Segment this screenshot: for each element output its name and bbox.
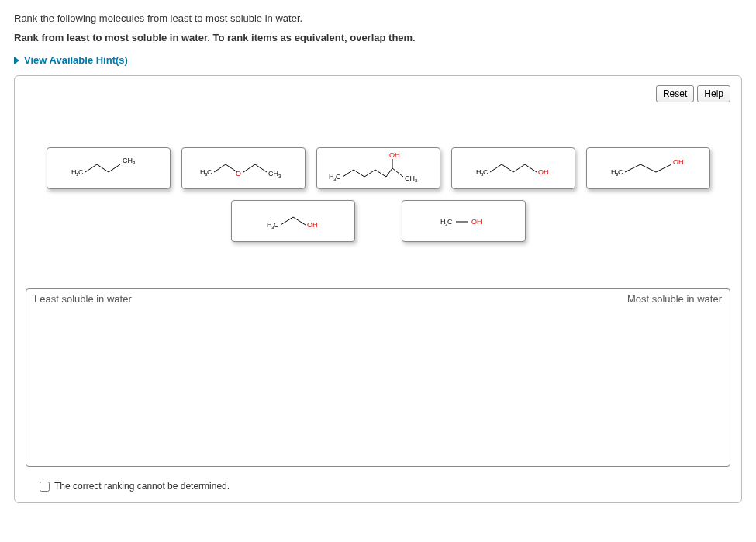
svg-text:C: C bbox=[336, 173, 341, 181]
reset-button[interactable]: Reset bbox=[656, 85, 694, 102]
ranking-panel: Reset Help H3C CH3 H3C bbox=[14, 75, 742, 503]
svg-text:OH: OH bbox=[538, 168, 549, 176]
zone-label-least: Least soluble in water bbox=[34, 293, 132, 305]
svg-text:O: O bbox=[236, 170, 241, 178]
svg-text:CH: CH bbox=[268, 170, 278, 178]
tile-methanol[interactable]: H3C OH bbox=[402, 200, 526, 242]
svg-text:C: C bbox=[618, 168, 623, 176]
tiles-area: H3C CH3 H3C O CH3 bbox=[26, 147, 730, 242]
tile-branched-alcohol[interactable]: OH H3C CH3 bbox=[316, 147, 440, 189]
cannot-determine-label: The correct ranking cannot be determined… bbox=[54, 481, 230, 492]
svg-text:C: C bbox=[78, 168, 84, 176]
svg-text:OH: OH bbox=[307, 221, 318, 229]
svg-text:3: 3 bbox=[415, 178, 418, 183]
svg-text:3: 3 bbox=[133, 161, 136, 165]
svg-text:C: C bbox=[207, 168, 212, 176]
zone-label-most: Most soluble in water bbox=[627, 293, 722, 305]
tile-butanol[interactable]: H3C OH bbox=[451, 147, 575, 189]
svg-text:OH: OH bbox=[673, 158, 684, 166]
help-button[interactable]: Help bbox=[697, 85, 730, 102]
question-line-1: Rank the following molecules from least … bbox=[14, 12, 742, 24]
svg-text:3: 3 bbox=[278, 174, 281, 178]
svg-text:OH: OH bbox=[471, 218, 482, 226]
triangle-right-icon bbox=[14, 57, 19, 64]
tile-propenol[interactable]: H3C OH bbox=[586, 147, 710, 189]
ranking-drop-zone[interactable]: Least soluble in water Most soluble in w… bbox=[26, 288, 730, 467]
question-line-2: Rank from least to most soluble in water… bbox=[14, 32, 742, 43]
cannot-determine-checkbox[interactable] bbox=[40, 482, 50, 492]
svg-text:CH: CH bbox=[123, 157, 133, 164]
view-hints-link[interactable]: View Available Hint(s) bbox=[14, 54, 742, 66]
tile-butane[interactable]: H3C CH3 bbox=[47, 147, 171, 189]
svg-text:CH: CH bbox=[405, 174, 415, 182]
svg-text:C: C bbox=[483, 168, 488, 176]
hints-label: View Available Hint(s) bbox=[24, 54, 128, 66]
tile-propanol[interactable]: H3C OH bbox=[231, 200, 355, 242]
svg-text:C: C bbox=[274, 221, 279, 229]
cannot-determine-row[interactable]: The correct ranking cannot be determined… bbox=[26, 481, 730, 492]
svg-text:C: C bbox=[447, 218, 453, 226]
tile-ether[interactable]: H3C O CH3 bbox=[181, 147, 306, 189]
svg-text:OH: OH bbox=[389, 151, 400, 159]
